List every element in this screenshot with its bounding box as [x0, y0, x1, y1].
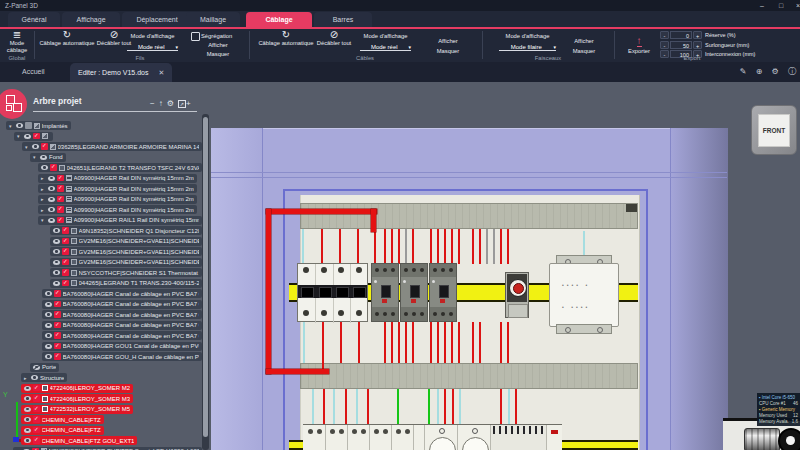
info-icon[interactable]: ⓘ	[788, 67, 796, 76]
tree-row[interactable]: BA760080|HAGER GOU_H Canal de câblage en…	[42, 352, 202, 361]
tree-row[interactable]: CHEMIN_CABLE|FTZ	[21, 426, 104, 435]
collapse-icon[interactable]: −	[150, 99, 159, 108]
up-icon[interactable]: ↑	[159, 99, 167, 108]
checkbox-checked-icon[interactable]	[33, 406, 40, 413]
chevron-icon[interactable]: ▸	[41, 196, 46, 202]
gear-icon[interactable]: ⚙	[167, 99, 178, 108]
chevron-icon[interactable]: ▸	[41, 175, 46, 181]
tree-row[interactable]: Porte	[30, 363, 59, 372]
checkbox-checked-icon[interactable]	[41, 143, 48, 150]
visibility-eye-icon[interactable]	[48, 218, 55, 223]
thermostat-s1[interactable]	[505, 272, 529, 318]
plus-button[interactable]: +	[693, 31, 702, 39]
checkbox-checked-icon[interactable]	[50, 164, 57, 171]
checkbox-checked-icon[interactable]	[54, 311, 61, 318]
bottom-device-row[interactable]	[303, 424, 562, 450]
ribbon-tab-affichage[interactable]: Affichage	[62, 12, 120, 27]
tree-row[interactable]: NSYCCOTHCF|SCHNEIDER S1 Thermostat S.(a …	[50, 268, 202, 277]
minus-button[interactable]: -	[660, 50, 669, 58]
checkbox-checked-icon[interactable]	[57, 185, 64, 192]
chevron-icon[interactable]: ▸	[41, 207, 46, 213]
chevron-icon[interactable]: ▾	[9, 123, 14, 129]
view-cube-front-face[interactable]: FRONT	[758, 114, 790, 147]
tree-row[interactable]: BA760080|HAGER Canal de câblage en PVC B…	[42, 331, 202, 340]
tree-row[interactable]: ▸ A09900|HAGER Rail DIN symétriq 15mm 2m	[38, 205, 197, 214]
checkbox-checked-icon[interactable]	[62, 269, 69, 276]
checkbox-checked-icon[interactable]	[25, 122, 32, 129]
ribbon-tab-général[interactable]: Général	[8, 12, 60, 27]
chevron-icon[interactable]: ▾	[41, 217, 46, 223]
faisceaux-hide-button[interactable]: Masquer	[562, 47, 606, 55]
terminal-block[interactable]	[490, 425, 547, 450]
minimize-button[interactable]: –	[755, 0, 769, 11]
tree-scrollbar-thumb[interactable]	[203, 117, 208, 437]
tree-row[interactable]: ▸ A09900|HAGER Rail DIN symétriq 15mm 2m	[38, 184, 197, 193]
selected-cable-path[interactable]	[266, 369, 329, 374]
export-button[interactable]: ↑ Exporter	[620, 30, 658, 55]
visibility-eye-icon[interactable]	[31, 375, 38, 380]
checkbox-checked-icon[interactable]	[33, 385, 40, 392]
socket-module[interactable]	[424, 425, 458, 450]
fils-hide-button[interactable]: Masquer	[196, 50, 240, 58]
tree-row[interactable]: ▾ Fond	[30, 153, 66, 162]
tree-row[interactable]: ▸ A09900|HAGER Rail DIN symétriq 15mm 2m	[38, 174, 197, 183]
tree-row[interactable]: BA760080|HAGER GOU1 Canal de câblage en …	[42, 342, 202, 351]
toggle[interactable]	[319, 287, 332, 298]
spinner-value[interactable]: 0	[670, 31, 692, 39]
visibility-eye-icon[interactable]	[53, 260, 60, 265]
visibility-eye-icon[interactable]	[53, 249, 60, 254]
checkbox-checked-icon[interactable]	[54, 322, 61, 329]
tree-row[interactable]: CHEMIN_CABLE|FTZ	[21, 415, 104, 424]
tree-row[interactable]: ▸ Structure	[21, 373, 67, 382]
visibility-eye-icon[interactable]	[16, 123, 23, 128]
tree-row[interactable]: GV2ME16|SCHNEIDER+GVAE11|SCHNEIDER Q2 Th…	[50, 237, 202, 246]
ribbon-tab-câblage[interactable]: Câblage	[246, 12, 312, 27]
checkbox-checked-icon[interactable]	[54, 301, 61, 308]
checkbox-checked-icon[interactable]	[57, 175, 64, 182]
tree-row[interactable]: ▸ A09900|HAGER Rail DIN symétriq 15mm 2m	[38, 195, 197, 204]
chevron-icon[interactable]: ▸	[41, 186, 46, 192]
visibility-eye-icon[interactable]	[24, 428, 31, 433]
socket-module[interactable]	[457, 425, 491, 450]
cables-unwire-all-button[interactable]: ⊘ Décâbler tout	[312, 29, 356, 47]
visibility-eye-icon[interactable]	[45, 302, 52, 307]
tree-row[interactable]: CHEMIN_CABLE|FTZ GOU_EXT1	[21, 436, 137, 445]
ribbon-tab-déplacement[interactable]: Déplacement	[122, 12, 192, 27]
tree-row[interactable]: ▾ 036285|LEGRAND ARMOIRE ARMOIRE MARINA …	[22, 142, 202, 151]
visibility-eye-icon[interactable]	[45, 291, 52, 296]
toggle[interactable]	[353, 287, 366, 298]
visibility-eye-icon[interactable]	[24, 407, 31, 412]
checkbox-checked-icon[interactable]	[62, 227, 69, 234]
gear-icon[interactable]: ⚙	[772, 67, 779, 76]
checkbox-checked-icon[interactable]	[54, 332, 61, 339]
visibility-eye-icon[interactable]	[48, 186, 55, 191]
pen-icon[interactable]: ✎	[740, 67, 747, 76]
tab-close-icon[interactable]: ✕	[158, 69, 164, 76]
tree-row[interactable]: 044265|LEGRAND T1 TRANS.230-400/115-230V…	[50, 279, 202, 288]
dial-knob[interactable]	[513, 283, 524, 294]
cables-auto-wiring-button[interactable]: ↻ Câblage automatique	[254, 29, 318, 47]
checkbox-checked-icon[interactable]	[33, 395, 40, 402]
checkbox-checked-icon[interactable]	[54, 343, 61, 350]
tree-row[interactable]: ▾ Implantés	[6, 121, 71, 130]
toggle[interactable]	[336, 287, 349, 298]
fils-show-button[interactable]: Afficher	[196, 41, 240, 49]
faisceaux-show-button[interactable]: Afficher	[562, 37, 606, 45]
cable-duct-top[interactable]	[300, 203, 638, 229]
fils-display-mode-dropdown[interactable]: ▾ Mode réel	[127, 44, 178, 51]
rotary-switch[interactable]	[410, 285, 420, 298]
tree-row[interactable]: A9N18352|SCHNEIDER Q1 Disjoncteur C120N …	[50, 226, 202, 235]
checkbox-checked-icon[interactable]	[57, 196, 64, 203]
checkbox-checked-icon[interactable]	[57, 206, 64, 213]
motor-breaker-q4[interactable]	[429, 263, 457, 322]
ribbon-tab-barres[interactable]: Barres	[314, 12, 372, 27]
tree-row[interactable]: BA760080|HAGER Canal de câblage en PVC B…	[42, 300, 202, 309]
maximize-button[interactable]: □	[774, 0, 788, 11]
visibility-eye-icon[interactable]	[45, 344, 52, 349]
checkbox-checked-icon[interactable]	[62, 259, 69, 266]
rotary-switch[interactable]	[381, 285, 391, 298]
checkbox-checked-icon[interactable]	[57, 217, 64, 224]
cables-hide-button[interactable]: Masquer	[426, 47, 470, 55]
ribbon-tab-maillage[interactable]: Maillage	[186, 12, 240, 27]
visibility-eye-icon[interactable]	[33, 365, 40, 370]
